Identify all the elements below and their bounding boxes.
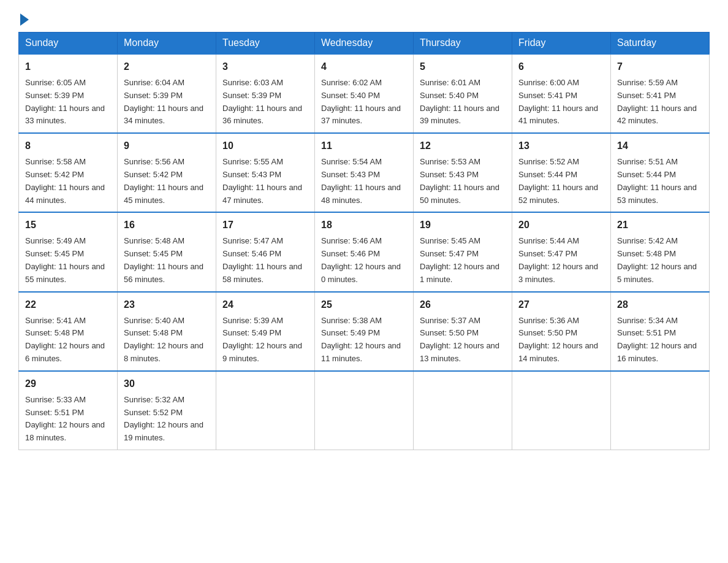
day-number: 20 xyxy=(518,218,604,232)
day-number: 11 xyxy=(321,139,407,153)
day-number: 23 xyxy=(124,297,210,312)
page-header xyxy=(18,12,710,26)
day-info: Sunrise: 5:37 AMSunset: 5:50 PMDaylight:… xyxy=(420,316,499,363)
logo-arrow-icon xyxy=(20,13,29,26)
day-info: Sunrise: 5:59 AMSunset: 5:41 PMDaylight:… xyxy=(617,78,697,125)
day-cell xyxy=(315,371,414,450)
day-number: 1 xyxy=(25,59,111,74)
day-info: Sunrise: 5:55 AMSunset: 5:43 PMDaylight:… xyxy=(222,157,302,204)
day-cell: 23 Sunrise: 5:40 AMSunset: 5:48 PMDaylig… xyxy=(118,292,216,371)
day-number: 5 xyxy=(420,59,506,74)
day-number: 9 xyxy=(124,139,210,153)
weekday-header-row: SundayMondayTuesdayWednesdayThursdayFrid… xyxy=(19,33,710,55)
day-number: 28 xyxy=(617,297,703,312)
week-row-2: 8 Sunrise: 5:58 AMSunset: 5:42 PMDayligh… xyxy=(19,133,710,212)
day-info: Sunrise: 5:36 AMSunset: 5:50 PMDaylight:… xyxy=(518,316,598,363)
day-info: Sunrise: 5:52 AMSunset: 5:44 PMDaylight:… xyxy=(518,157,598,204)
day-info: Sunrise: 5:51 AMSunset: 5:44 PMDaylight:… xyxy=(617,157,697,204)
day-cell: 9 Sunrise: 5:56 AMSunset: 5:42 PMDayligh… xyxy=(118,133,216,212)
day-info: Sunrise: 5:53 AMSunset: 5:43 PMDaylight:… xyxy=(420,157,499,204)
day-number: 21 xyxy=(617,218,703,232)
day-number: 7 xyxy=(617,59,703,74)
day-info: Sunrise: 5:44 AMSunset: 5:47 PMDaylight:… xyxy=(518,236,598,283)
day-number: 16 xyxy=(124,218,210,232)
day-info: Sunrise: 6:01 AMSunset: 5:40 PMDaylight:… xyxy=(420,78,499,125)
day-info: Sunrise: 5:49 AMSunset: 5:45 PMDaylight:… xyxy=(25,236,105,283)
week-row-1: 1 Sunrise: 6:05 AMSunset: 5:39 PMDayligh… xyxy=(19,54,710,133)
day-info: Sunrise: 5:32 AMSunset: 5:52 PMDaylight:… xyxy=(124,395,203,442)
day-number: 4 xyxy=(321,59,407,74)
day-info: Sunrise: 5:46 AMSunset: 5:46 PMDaylight:… xyxy=(321,236,401,283)
day-number: 18 xyxy=(321,218,407,232)
weekday-header-friday: Friday xyxy=(512,33,611,55)
day-info: Sunrise: 6:04 AMSunset: 5:39 PMDaylight:… xyxy=(124,78,203,125)
day-cell: 7 Sunrise: 5:59 AMSunset: 5:41 PMDayligh… xyxy=(611,54,710,133)
day-info: Sunrise: 5:54 AMSunset: 5:43 PMDaylight:… xyxy=(321,157,401,204)
day-info: Sunrise: 5:41 AMSunset: 5:48 PMDaylight:… xyxy=(25,316,105,363)
day-info: Sunrise: 6:05 AMSunset: 5:39 PMDaylight:… xyxy=(25,78,105,125)
day-number: 17 xyxy=(222,218,308,232)
day-number: 29 xyxy=(25,377,111,391)
day-cell: 27 Sunrise: 5:36 AMSunset: 5:50 PMDaylig… xyxy=(512,292,611,371)
day-cell xyxy=(414,371,512,450)
weekday-header-sunday: Sunday xyxy=(19,33,118,55)
day-info: Sunrise: 5:56 AMSunset: 5:42 PMDaylight:… xyxy=(124,157,203,204)
day-number: 12 xyxy=(420,139,506,153)
weekday-header-saturday: Saturday xyxy=(611,33,710,55)
day-cell: 13 Sunrise: 5:52 AMSunset: 5:44 PMDaylig… xyxy=(512,133,611,212)
day-cell: 16 Sunrise: 5:48 AMSunset: 5:45 PMDaylig… xyxy=(118,212,216,291)
day-cell xyxy=(216,371,315,450)
day-cell: 25 Sunrise: 5:38 AMSunset: 5:49 PMDaylig… xyxy=(315,292,414,371)
day-info: Sunrise: 5:47 AMSunset: 5:46 PMDaylight:… xyxy=(222,236,302,283)
calendar-table: SundayMondayTuesdayWednesdayThursdayFrid… xyxy=(18,32,710,450)
day-cell: 29 Sunrise: 5:33 AMSunset: 5:51 PMDaylig… xyxy=(19,371,118,450)
day-cell: 10 Sunrise: 5:55 AMSunset: 5:43 PMDaylig… xyxy=(216,133,315,212)
day-info: Sunrise: 5:40 AMSunset: 5:48 PMDaylight:… xyxy=(124,316,203,363)
day-number: 30 xyxy=(124,377,210,391)
day-cell: 20 Sunrise: 5:44 AMSunset: 5:47 PMDaylig… xyxy=(512,212,611,291)
day-cell: 17 Sunrise: 5:47 AMSunset: 5:46 PMDaylig… xyxy=(216,212,315,291)
week-row-4: 22 Sunrise: 5:41 AMSunset: 5:48 PMDaylig… xyxy=(19,292,710,371)
day-cell: 3 Sunrise: 6:03 AMSunset: 5:39 PMDayligh… xyxy=(216,54,315,133)
day-cell: 12 Sunrise: 5:53 AMSunset: 5:43 PMDaylig… xyxy=(414,133,512,212)
day-cell: 26 Sunrise: 5:37 AMSunset: 5:50 PMDaylig… xyxy=(414,292,512,371)
day-info: Sunrise: 5:39 AMSunset: 5:49 PMDaylight:… xyxy=(222,316,302,363)
day-info: Sunrise: 5:42 AMSunset: 5:48 PMDaylight:… xyxy=(617,236,697,283)
day-cell: 14 Sunrise: 5:51 AMSunset: 5:44 PMDaylig… xyxy=(611,133,710,212)
day-info: Sunrise: 5:38 AMSunset: 5:49 PMDaylight:… xyxy=(321,316,401,363)
day-number: 13 xyxy=(518,139,604,153)
day-cell: 4 Sunrise: 6:02 AMSunset: 5:40 PMDayligh… xyxy=(315,54,414,133)
day-cell: 11 Sunrise: 5:54 AMSunset: 5:43 PMDaylig… xyxy=(315,133,414,212)
week-row-3: 15 Sunrise: 5:49 AMSunset: 5:45 PMDaylig… xyxy=(19,212,710,291)
day-cell: 15 Sunrise: 5:49 AMSunset: 5:45 PMDaylig… xyxy=(19,212,118,291)
day-cell: 22 Sunrise: 5:41 AMSunset: 5:48 PMDaylig… xyxy=(19,292,118,371)
day-cell: 30 Sunrise: 5:32 AMSunset: 5:52 PMDaylig… xyxy=(118,371,216,450)
day-info: Sunrise: 6:03 AMSunset: 5:39 PMDaylight:… xyxy=(222,78,302,125)
day-cell: 28 Sunrise: 5:34 AMSunset: 5:51 PMDaylig… xyxy=(611,292,710,371)
day-cell: 2 Sunrise: 6:04 AMSunset: 5:39 PMDayligh… xyxy=(118,54,216,133)
day-info: Sunrise: 5:45 AMSunset: 5:47 PMDaylight:… xyxy=(420,236,499,283)
day-cell: 24 Sunrise: 5:39 AMSunset: 5:49 PMDaylig… xyxy=(216,292,315,371)
day-cell: 6 Sunrise: 6:00 AMSunset: 5:41 PMDayligh… xyxy=(512,54,611,133)
day-cell: 19 Sunrise: 5:45 AMSunset: 5:47 PMDaylig… xyxy=(414,212,512,291)
day-cell: 1 Sunrise: 6:05 AMSunset: 5:39 PMDayligh… xyxy=(19,54,118,133)
day-number: 25 xyxy=(321,297,407,312)
weekday-header-monday: Monday xyxy=(118,33,216,55)
day-number: 6 xyxy=(518,59,604,74)
day-cell xyxy=(512,371,611,450)
day-info: Sunrise: 6:02 AMSunset: 5:40 PMDaylight:… xyxy=(321,78,401,125)
day-info: Sunrise: 6:00 AMSunset: 5:41 PMDaylight:… xyxy=(518,78,598,125)
day-cell: 21 Sunrise: 5:42 AMSunset: 5:48 PMDaylig… xyxy=(611,212,710,291)
day-number: 24 xyxy=(222,297,308,312)
logo xyxy=(18,18,29,26)
weekday-header-thursday: Thursday xyxy=(414,33,512,55)
day-info: Sunrise: 5:48 AMSunset: 5:45 PMDaylight:… xyxy=(124,236,203,283)
day-number: 26 xyxy=(420,297,506,312)
day-info: Sunrise: 5:33 AMSunset: 5:51 PMDaylight:… xyxy=(25,395,105,442)
day-cell: 8 Sunrise: 5:58 AMSunset: 5:42 PMDayligh… xyxy=(19,133,118,212)
day-info: Sunrise: 5:58 AMSunset: 5:42 PMDaylight:… xyxy=(25,157,105,204)
day-number: 14 xyxy=(617,139,703,153)
day-number: 8 xyxy=(25,139,111,153)
weekday-header-wednesday: Wednesday xyxy=(315,33,414,55)
weekday-header-tuesday: Tuesday xyxy=(216,33,315,55)
